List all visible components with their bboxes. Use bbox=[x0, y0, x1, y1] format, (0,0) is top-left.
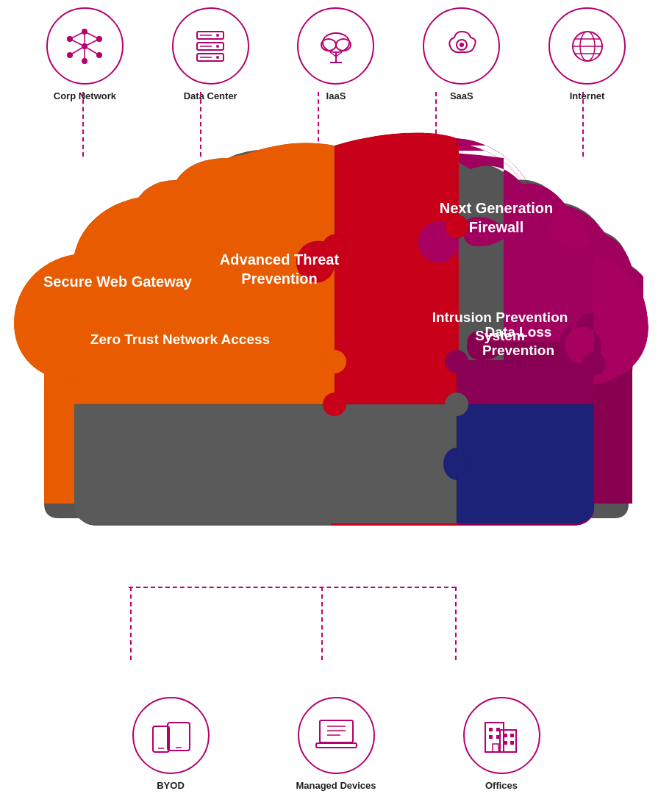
svg-rect-64 bbox=[320, 720, 353, 742]
dashed-v-byod bbox=[130, 587, 132, 660]
circle-iaas bbox=[297, 7, 374, 85]
circle-internet bbox=[548, 7, 626, 85]
svg-line-7 bbox=[70, 39, 85, 46]
svg-rect-77 bbox=[510, 734, 514, 737]
circle-byod bbox=[132, 697, 210, 774]
circle-item-data-center: Data Center bbox=[162, 7, 258, 101]
devices-icon bbox=[147, 712, 195, 759]
svg-rect-72 bbox=[489, 728, 493, 731]
globe-icon bbox=[565, 24, 610, 68]
circle-corp-network bbox=[46, 7, 124, 85]
circle-item-offices: Offices bbox=[454, 697, 549, 791]
svg-point-58 bbox=[445, 350, 468, 373]
main-cloud-puzzle bbox=[11, 132, 658, 581]
dashed-h-bottom bbox=[129, 587, 456, 588]
saas-label: SaaS bbox=[450, 90, 473, 101]
dashed-v-offices bbox=[455, 587, 457, 660]
svg-point-59 bbox=[445, 393, 468, 416]
svg-line-13 bbox=[70, 32, 85, 39]
diagram-container: Corp Network Data Center bbox=[0, 0, 672, 802]
top-circles-row: Corp Network Data Center bbox=[22, 7, 650, 101]
svg-rect-74 bbox=[489, 735, 493, 739]
svg-point-57 bbox=[582, 352, 606, 376]
svg-point-32 bbox=[460, 43, 464, 47]
circle-offices bbox=[463, 697, 540, 774]
circle-item-saas: SaaS bbox=[414, 7, 510, 101]
svg-point-55 bbox=[323, 393, 346, 416]
cloud-tree-icon bbox=[314, 24, 358, 68]
building-icon bbox=[478, 712, 526, 759]
server-icon bbox=[188, 24, 232, 68]
svg-rect-79 bbox=[510, 741, 514, 745]
byod-label: BYOD bbox=[157, 780, 185, 791]
svg-rect-45 bbox=[457, 404, 594, 523]
managed-devices-label: Managed Devices bbox=[296, 780, 376, 791]
svg-rect-70 bbox=[485, 723, 504, 752]
svg-line-9 bbox=[70, 46, 85, 55]
svg-point-56 bbox=[445, 452, 468, 476]
circle-managed-devices bbox=[298, 697, 375, 774]
iaas-label: IaaS bbox=[326, 90, 346, 101]
circle-saas bbox=[423, 7, 500, 85]
svg-rect-78 bbox=[504, 741, 507, 745]
svg-rect-42 bbox=[74, 404, 457, 523]
offices-label: Offices bbox=[485, 780, 518, 791]
svg-rect-80 bbox=[493, 744, 498, 752]
svg-rect-73 bbox=[496, 728, 500, 731]
circle-data-center bbox=[172, 7, 249, 85]
cloud-eye-icon bbox=[440, 24, 484, 68]
internet-label: Internet bbox=[570, 90, 605, 101]
circle-item-internet: Internet bbox=[540, 7, 635, 101]
svg-point-19 bbox=[216, 45, 219, 48]
svg-rect-76 bbox=[504, 734, 507, 737]
svg-rect-62 bbox=[168, 723, 190, 751]
svg-line-10 bbox=[85, 46, 99, 55]
circle-item-byod: BYOD bbox=[123, 697, 218, 791]
svg-rect-66 bbox=[316, 743, 357, 748]
dashed-v-managed bbox=[321, 587, 323, 660]
bottom-circles-row: BYOD Managed Devices bbox=[0, 697, 672, 791]
circle-item-managed-devices: Managed Devices bbox=[285, 697, 387, 791]
circle-item-corp-network: Corp Network bbox=[37, 7, 132, 101]
svg-line-8 bbox=[85, 39, 99, 46]
network-icon bbox=[62, 24, 107, 68]
svg-point-18 bbox=[216, 34, 219, 37]
laptop-icon bbox=[312, 712, 360, 759]
svg-line-14 bbox=[85, 32, 99, 39]
svg-rect-75 bbox=[496, 735, 500, 739]
data-center-label: Data Center bbox=[184, 90, 237, 101]
corp-network-label: Corp Network bbox=[54, 90, 116, 101]
svg-point-20 bbox=[216, 56, 219, 59]
svg-point-52 bbox=[323, 350, 346, 373]
circle-item-iaas: IaaS bbox=[288, 7, 384, 101]
